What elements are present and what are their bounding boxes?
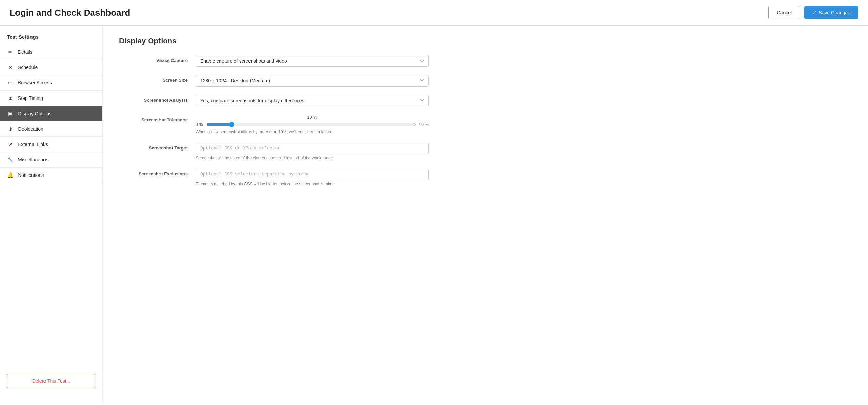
screenshot-analysis-select[interactable]: Yes, compare screenshots for display dif… [196, 95, 429, 106]
screenshot-tolerance-row: Screenshot Tolerance 10 % 0 % 90 % When … [119, 115, 852, 134]
monitor-icon: ▣ [7, 110, 14, 117]
sidebar-item-step-timing[interactable]: ⧗ Step Timing [0, 91, 102, 106]
clock-icon: ⊙ [7, 64, 14, 70]
content-title: Display Options [119, 37, 852, 45]
sidebar-item-schedule[interactable]: ⊙ Schedule [0, 60, 102, 75]
slider-container: 10 % 0 % 90 % When a new screenshot diff… [196, 115, 429, 134]
sidebar-item-details[interactable]: ✏ Details [0, 44, 102, 60]
visual-capture-row: Visual Capture Enable capture of screens… [119, 55, 852, 67]
sidebar-item-geolocation[interactable]: ⊕ Geolocation [0, 121, 102, 137]
screenshot-exclusions-row: Screenshot Exclusions Elements matched b… [119, 169, 852, 186]
sidebar-label-step-timing: Step Timing [18, 95, 43, 101]
slider-track-wrap [206, 121, 416, 128]
external-link-icon: ↗ [7, 141, 14, 147]
header: Login and Check Dashboard Cancel ✓ Save … [0, 0, 868, 26]
sidebar-label-external-links: External Links [18, 142, 48, 147]
visual-capture-select[interactable]: Enable capture of screenshots and video … [196, 55, 429, 67]
sidebar: Test Settings ✏ Details ⊙ Schedule ▭ Bro… [0, 26, 103, 403]
screenshot-exclusions-input[interactable] [196, 169, 429, 180]
screen-size-row: Screen Size 1280 x 1024 - Desktop (Mediu… [119, 75, 852, 87]
cancel-button[interactable]: Cancel [768, 6, 801, 19]
sidebar-label-schedule: Schedule [18, 65, 38, 70]
sidebar-item-notifications[interactable]: 🔔 Notifications [0, 168, 102, 183]
save-button-label: Save Changes [819, 10, 850, 15]
screenshot-analysis-row: Screenshot Analysis Yes, compare screens… [119, 95, 852, 106]
hourglass-icon: ⧗ [7, 95, 14, 101]
slider-value-label: 10 % [196, 115, 429, 120]
sidebar-label-geolocation: Geolocation [18, 126, 43, 132]
screenshot-exclusions-label: Screenshot Exclusions [119, 169, 188, 177]
screen-size-label: Screen Size [119, 75, 188, 83]
screenshot-tolerance-label: Screenshot Tolerance [119, 115, 188, 122]
screenshot-target-row: Screenshot Target Screenshot will be tak… [119, 143, 852, 160]
slider-row: 0 % 90 % [196, 121, 429, 128]
delete-test-button[interactable]: Delete This Test... [7, 374, 95, 388]
screenshot-exclusions-hint: Elements matched by this CSS will be hid… [196, 182, 429, 186]
header-actions: Cancel ✓ Save Changes [768, 6, 858, 19]
pencil-icon: ✏ [7, 49, 14, 55]
visual-capture-label: Visual Capture [119, 55, 188, 63]
sidebar-item-miscellaneous[interactable]: 🔧 Miscellaneous [0, 152, 102, 168]
browser-icon: ▭ [7, 80, 14, 86]
bell-icon: 🔔 [7, 172, 14, 178]
screen-size-select[interactable]: 1280 x 1024 - Desktop (Medium) 1920 x 10… [196, 75, 429, 87]
sidebar-item-display-options[interactable]: ▣ Display Options [0, 106, 102, 121]
screenshot-target-hint: Screenshot will be taken of the element … [196, 156, 429, 160]
save-button[interactable]: ✓ Save Changes [804, 6, 858, 19]
sidebar-label-details: Details [18, 49, 33, 55]
sidebar-nav: ✏ Details ⊙ Schedule ▭ Browser Access ⧗ … [0, 44, 102, 367]
tolerance-slider[interactable] [206, 122, 416, 127]
slider-hint: When a new screenshot differs by more th… [196, 130, 429, 134]
slider-max-label: 90 % [419, 122, 429, 127]
sidebar-label-notifications: Notifications [18, 172, 44, 178]
screen-size-field: 1280 x 1024 - Desktop (Medium) 1920 x 10… [196, 75, 429, 87]
main-layout: Test Settings ✏ Details ⊙ Schedule ▭ Bro… [0, 26, 868, 403]
slider-min-label: 0 % [196, 122, 203, 127]
wrench-icon: 🔧 [7, 157, 14, 163]
screenshot-tolerance-field: 10 % 0 % 90 % When a new screenshot diff… [196, 115, 429, 134]
save-checkmark-icon: ✓ [813, 10, 817, 15]
sidebar-label-miscellaneous: Miscellaneous [18, 157, 48, 162]
sidebar-item-external-links[interactable]: ↗ External Links [0, 137, 102, 152]
sidebar-section-title: Test Settings [0, 34, 102, 44]
globe-icon: ⊕ [7, 126, 14, 132]
screenshot-target-field: Screenshot will be taken of the element … [196, 143, 429, 160]
screenshot-analysis-label: Screenshot Analysis [119, 95, 188, 103]
sidebar-item-browser-access[interactable]: ▭ Browser Access [0, 75, 102, 91]
sidebar-label-display-options: Display Options [18, 111, 51, 116]
screenshot-exclusions-field: Elements matched by this CSS will be hid… [196, 169, 429, 186]
main-content: Display Options Visual Capture Enable ca… [103, 26, 868, 403]
screenshot-target-input[interactable] [196, 143, 429, 154]
page-title: Login and Check Dashboard [10, 8, 130, 18]
visual-capture-field: Enable capture of screenshots and video … [196, 55, 429, 67]
screenshot-target-label: Screenshot Target [119, 143, 188, 151]
screenshot-analysis-field: Yes, compare screenshots for display dif… [196, 95, 429, 106]
sidebar-label-browser-access: Browser Access [18, 80, 52, 86]
sidebar-footer: Delete This Test... [0, 367, 102, 395]
